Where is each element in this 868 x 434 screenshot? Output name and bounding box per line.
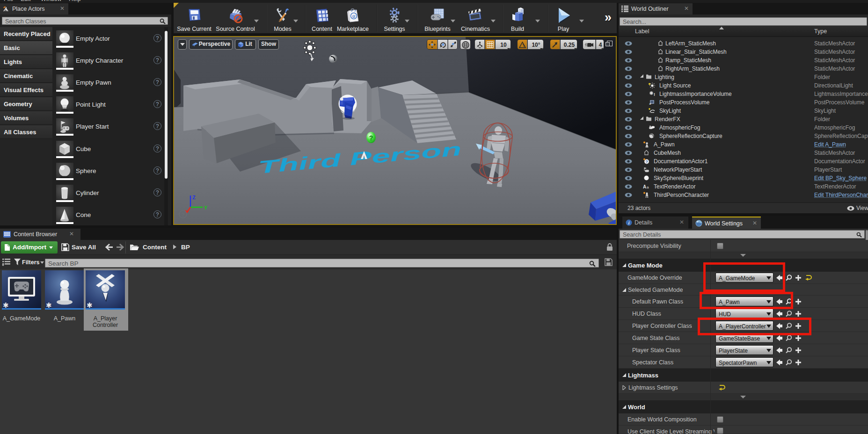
svg-text:u: u [352, 14, 355, 19]
svg-text:!: ! [654, 92, 655, 97]
svg-text:a: a [647, 185, 649, 189]
svg-text:A: A [643, 184, 646, 189]
svg-text:?: ? [645, 159, 648, 164]
svg-text:?: ? [369, 134, 373, 142]
svg-text:Y: Y [204, 205, 208, 210]
svg-text:+: + [649, 102, 651, 106]
svg-text:Z: Z [192, 195, 196, 200]
svg-text:?: ? [182, 212, 185, 217]
